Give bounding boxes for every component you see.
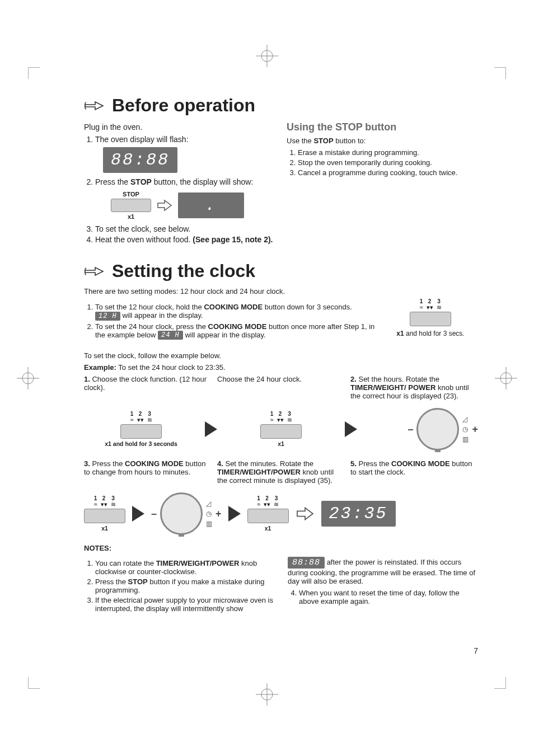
pointing-hand-icon (84, 98, 104, 114)
step-2-text: 2. Set the hours. Rotate the TIMER/WEIGH… (350, 375, 478, 400)
note-1: You can rotate the TIMER/WEIGHT/POWER kn… (95, 559, 274, 576)
heading-before-operation: Before operation (84, 95, 478, 116)
caption-x1: x1 (101, 525, 108, 532)
cooking-mode-button-graphic (260, 424, 302, 439)
cooking-mode-button-graphic (410, 312, 451, 326)
registration-mark-right (495, 367, 517, 389)
step-1-text: 1. Choose the clock function. (12 hour c… (84, 375, 212, 392)
display-blank: . (178, 192, 244, 218)
minus-icon: – (151, 508, 157, 520)
example-line: Example: To set the 24 hour clock to 23:… (84, 363, 478, 372)
arrow-right-icon (132, 506, 144, 522)
s1-item-3: To set the clock, see below. (95, 224, 275, 233)
step-1b-text: Choose the 24 hour clock. (217, 375, 345, 383)
s1-item-4: Heat the oven without food. (See page 15… (95, 235, 275, 244)
x1-label: x1 (128, 213, 134, 220)
s2-item-1: To set the 12 hour clock, hold the COOKI… (95, 303, 375, 321)
arrow-right-icon (345, 421, 357, 437)
s2-intro: There are two setting modes: 12 hour clo… (84, 287, 478, 295)
s1-item-1: The oven display will flash: 88:88 (95, 135, 275, 173)
knob-graphic (160, 492, 203, 535)
heading-text: Before operation (112, 95, 255, 116)
stop-button-graphic (111, 199, 151, 212)
note-4: When you want to reset the time of day, … (299, 589, 478, 605)
step-5-text: 5. Press the COOKING MODE button to star… (350, 459, 478, 476)
stop-label: STOP (123, 191, 139, 198)
minus-icon: – (407, 424, 413, 435)
cooking-mode-button-graphic (247, 509, 289, 523)
pointing-hand-icon (84, 264, 104, 279)
s1-item-2: Press the STOP button, the display will … (95, 177, 275, 220)
stop-item-3: Cancel a programme during cooking, touch… (298, 168, 478, 177)
display-8888-small: 88:88 (288, 557, 325, 569)
page-number: 7 (474, 646, 478, 655)
registration-mark-top (256, 45, 278, 67)
display-12h: 12 H (95, 312, 120, 321)
display-24h: 24 H (158, 331, 183, 340)
heading-text: Setting the clock (112, 261, 255, 281)
cooking-mode-button-graphic (120, 424, 162, 439)
stop-item-1: Erase a mistake during programming. (298, 148, 478, 157)
plus-icon: + (472, 424, 478, 435)
intro-text: Plug in the oven. (84, 123, 275, 132)
mode-icons: 1≈2▾▾3≋ (257, 496, 279, 508)
heading-setting-clock: Setting the clock (84, 261, 478, 281)
registration-mark-left (17, 367, 39, 389)
note-3: If the electrical power supply to your m… (95, 596, 274, 613)
hold-caption: x1 and hold for 3 secs. (396, 330, 464, 337)
step-4-text: 4. Set the minutes. Rotate the TIMER/WEI… (217, 459, 345, 485)
cooking-mode-button-graphic (84, 509, 125, 523)
knob-side-icons: ◿◷▥ (206, 500, 212, 528)
notes-heading: NOTES: (84, 544, 478, 552)
knob-side-icons: ◿◷▥ (462, 415, 469, 443)
knob-graphic (416, 408, 459, 450)
mode-icons: 1≈2▾▾3≋ (270, 411, 292, 423)
stop-intro: Use the STOP button to: (287, 137, 478, 145)
caption-hold3: x1 and hold for 3 seconds (105, 440, 177, 447)
mode-icons: 1≈2▾▾3≋ (130, 411, 152, 423)
s2-item-2: To set the 24 hour clock, press the COOK… (95, 322, 375, 340)
arrow-right-icon (228, 506, 241, 522)
registration-mark-bottom (256, 683, 278, 706)
follow-text: To set the clock, follow the example bel… (84, 351, 478, 360)
note-3-cont: 88:88 after the power is reinstated. If … (288, 557, 478, 585)
caption-x1: x1 (265, 525, 271, 532)
plus-icon: + (216, 508, 222, 520)
note-2: Press the STOP button if you make a mist… (95, 577, 274, 594)
display-8888: 88:88 (103, 147, 177, 173)
arrow-right-icon (296, 506, 315, 522)
arrow-right-icon (157, 199, 172, 212)
stop-item-2: Stop the oven temporarily during cooking… (298, 158, 478, 167)
mode-icons: 1≈ 2▾▾ 3≋ (419, 299, 441, 311)
caption-x1: x1 (278, 440, 284, 447)
heading-stop-button: Using the STOP button (287, 121, 478, 133)
mode-icons: 1≈2▾▾3≋ (93, 496, 115, 508)
display-2335: 23:35 (321, 501, 396, 527)
step-3-text: 3. Press the COOKING MODE button to chan… (84, 459, 212, 476)
arrow-right-icon (205, 421, 217, 437)
